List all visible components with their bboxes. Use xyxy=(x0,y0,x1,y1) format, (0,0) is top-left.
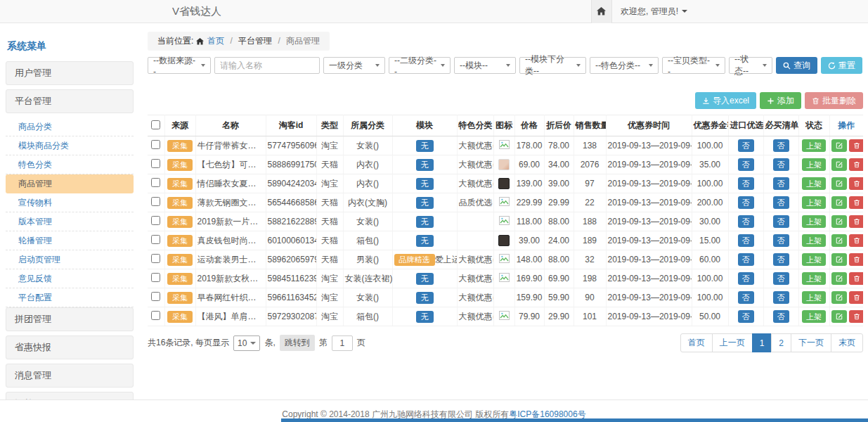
import-choice-toggle[interactable]: 否 xyxy=(738,272,754,285)
edit-button[interactable] xyxy=(831,272,847,285)
status-button[interactable]: 上架 xyxy=(802,139,826,152)
row-checkbox[interactable] xyxy=(151,311,160,320)
must-buy-toggle[interactable]: 否 xyxy=(773,272,789,285)
row-checkbox[interactable] xyxy=(151,159,160,168)
sidebar-group-0[interactable]: 用户管理 xyxy=(6,61,134,85)
status-button[interactable]: 上架 xyxy=(802,215,826,228)
edit-button[interactable] xyxy=(831,234,847,247)
row-checkbox[interactable] xyxy=(151,216,160,225)
delete-button[interactable] xyxy=(849,215,864,228)
import-choice-toggle[interactable]: 否 xyxy=(738,253,754,266)
sidebar-item-3[interactable]: 模块商品分类 xyxy=(6,136,134,155)
status-button[interactable]: 上架 xyxy=(802,253,826,266)
import-choice-toggle[interactable]: 否 xyxy=(738,196,754,209)
row-checkbox[interactable] xyxy=(151,197,160,206)
import-choice-toggle[interactable]: 否 xyxy=(738,310,754,323)
status-button[interactable]: 上架 xyxy=(802,196,826,209)
status-button[interactable]: 上架 xyxy=(802,310,826,323)
status-button[interactable]: 上架 xyxy=(802,177,826,190)
must-buy-toggle[interactable]: 否 xyxy=(773,253,789,266)
sidebar-item-5[interactable]: 商品管理 xyxy=(6,174,134,193)
must-buy-toggle[interactable]: 否 xyxy=(773,234,789,247)
search-button[interactable]: 查询 xyxy=(776,57,817,74)
delete-button[interactable] xyxy=(849,177,864,190)
jump-button[interactable]: 跳转到 xyxy=(280,335,315,351)
must-buy-toggle[interactable]: 否 xyxy=(773,196,789,209)
name-search-input[interactable] xyxy=(214,57,320,74)
sidebar-item-10[interactable]: 意见反馈 xyxy=(6,269,134,288)
status-button[interactable]: 上架 xyxy=(802,234,826,247)
filter-select-2[interactable]: 一级分类 xyxy=(323,57,385,74)
edit-button[interactable] xyxy=(831,253,847,266)
page-number-input[interactable] xyxy=(332,335,353,351)
row-checkbox[interactable] xyxy=(151,254,160,263)
edit-button[interactable] xyxy=(831,196,847,209)
delete-button[interactable] xyxy=(849,253,864,266)
import-choice-toggle[interactable]: 否 xyxy=(738,139,754,152)
select-all-checkbox[interactable] xyxy=(151,120,160,129)
edit-button[interactable] xyxy=(831,139,847,152)
page-button-末页[interactable]: 末页 xyxy=(831,333,863,352)
add-button[interactable]: 添加 xyxy=(760,92,801,109)
edit-button[interactable] xyxy=(831,177,847,190)
filter-select-0[interactable]: --数据来源-- xyxy=(148,57,211,74)
page-button-首页[interactable]: 首页 xyxy=(680,333,713,352)
delete-button[interactable] xyxy=(849,272,864,285)
delete-button[interactable] xyxy=(849,310,864,323)
filter-select-6[interactable]: --特色分类-- xyxy=(590,57,659,74)
page-button-上一页[interactable]: 上一页 xyxy=(712,333,753,352)
row-checkbox[interactable] xyxy=(151,235,160,244)
reset-button[interactable]: 重置 xyxy=(821,57,862,74)
sidebar-item-6[interactable]: 宣传物料 xyxy=(6,193,134,212)
import-choice-toggle[interactable]: 否 xyxy=(738,215,754,228)
status-button[interactable]: 上架 xyxy=(802,272,826,285)
home-button[interactable] xyxy=(591,0,612,23)
import-choice-toggle[interactable]: 否 xyxy=(738,158,754,171)
must-buy-toggle[interactable]: 否 xyxy=(773,310,789,323)
must-buy-toggle[interactable]: 否 xyxy=(773,215,789,228)
breadcrumb-home-link[interactable]: 首页 xyxy=(207,36,224,46)
delete-button[interactable] xyxy=(849,196,864,209)
icp-link[interactable]: 粤ICP备16098006号 xyxy=(509,409,585,419)
row-checkbox[interactable] xyxy=(151,140,160,149)
filter-select-3[interactable]: --二级分类-- xyxy=(389,57,451,74)
import-choice-toggle[interactable]: 否 xyxy=(738,291,754,304)
sidebar-group-14[interactable]: 消息管理 xyxy=(6,364,134,388)
edit-button[interactable] xyxy=(831,215,847,228)
sidebar-item-4[interactable]: 特色分类 xyxy=(6,155,134,174)
row-checkbox[interactable] xyxy=(151,178,160,187)
import-choice-toggle[interactable]: 否 xyxy=(738,234,754,247)
page-button-2[interactable]: 2 xyxy=(771,333,791,352)
edit-button[interactable] xyxy=(831,158,847,171)
row-checkbox[interactable] xyxy=(151,273,160,282)
import-excel-button[interactable]: 导入excel xyxy=(695,92,756,109)
must-buy-toggle[interactable]: 否 xyxy=(773,177,789,190)
per-page-select[interactable]: 10 xyxy=(233,335,260,351)
sidebar-item-9[interactable]: 启动页管理 xyxy=(6,250,134,269)
must-buy-toggle[interactable]: 否 xyxy=(773,158,789,171)
filter-select-4[interactable]: --模块-- xyxy=(454,57,516,74)
sidebar-item-8[interactable]: 轮播管理 xyxy=(6,231,134,250)
delete-button[interactable] xyxy=(849,158,864,171)
sidebar-group-13[interactable]: 省惠快报 xyxy=(6,335,134,359)
delete-button[interactable] xyxy=(849,291,864,304)
must-buy-toggle[interactable]: 否 xyxy=(773,291,789,304)
delete-button[interactable] xyxy=(849,234,864,247)
edit-button[interactable] xyxy=(831,310,847,323)
filter-select-7[interactable]: --宝贝类型-- xyxy=(662,57,725,74)
must-buy-toggle[interactable]: 否 xyxy=(773,139,789,152)
sidebar-group-1[interactable]: 平台管理 xyxy=(6,89,134,113)
delete-button[interactable] xyxy=(849,139,864,152)
page-button-下一页[interactable]: 下一页 xyxy=(791,333,831,352)
status-button[interactable]: 上架 xyxy=(802,291,826,304)
user-menu[interactable]: 欢迎您, 管理员! xyxy=(612,6,696,18)
page-button-1[interactable]: 1 xyxy=(752,333,772,352)
sidebar-item-2[interactable]: 商品分类 xyxy=(6,117,134,136)
edit-button[interactable] xyxy=(831,291,847,304)
sidebar-item-7[interactable]: 版本管理 xyxy=(6,212,134,231)
sidebar-item-11[interactable]: 平台配置 xyxy=(6,288,134,307)
filter-select-5[interactable]: --模块下分类-- xyxy=(519,57,586,74)
batch-delete-button[interactable]: 批量删除 xyxy=(805,92,863,109)
row-checkbox[interactable] xyxy=(151,292,160,301)
filter-select-8[interactable]: --状态-- xyxy=(729,57,772,74)
